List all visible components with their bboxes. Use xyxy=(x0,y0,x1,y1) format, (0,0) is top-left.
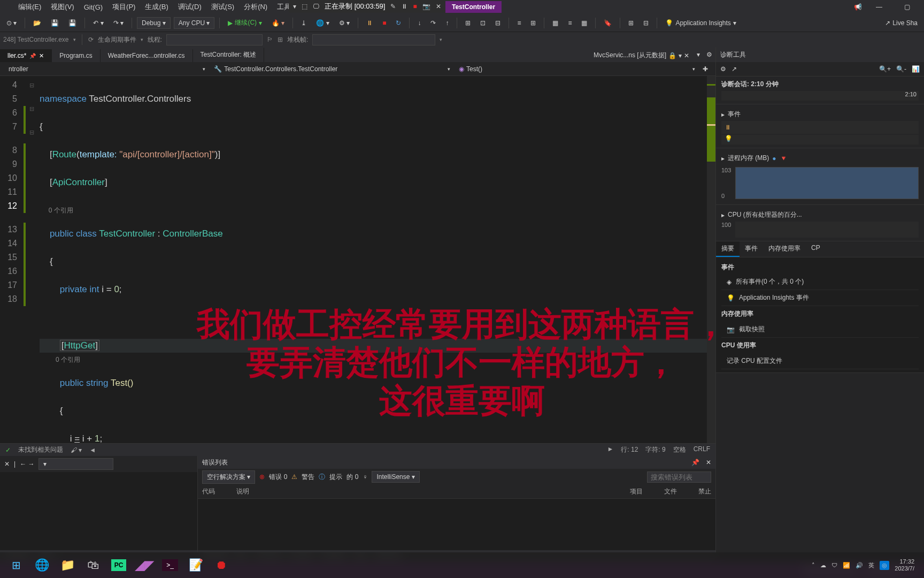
save-icon[interactable]: 💾 xyxy=(48,17,62,29)
task-record[interactable]: ⏺ xyxy=(210,554,233,576)
memory-section[interactable]: ▸ 进程内存 (MB) ● 🔻 xyxy=(721,151,919,165)
thread-icon-1[interactable]: 🏳 xyxy=(267,36,273,43)
dropdown-icon[interactable]: ▾ xyxy=(694,49,703,62)
fold-toggle[interactable]: ⊟ xyxy=(27,125,36,139)
menu-debug[interactable]: 调试(D) xyxy=(174,0,206,14)
encoding-label[interactable]: CRLF xyxy=(694,445,710,454)
all-events-item[interactable]: ◈ 所有事件(0 个，共 0 个) xyxy=(721,274,919,290)
tool-icon-1[interactable]: ⊞ xyxy=(462,17,474,29)
filter-icon[interactable]: ♀ xyxy=(363,473,367,481)
zoom-in-icon[interactable]: 🔍+ xyxy=(879,65,891,73)
locals-content[interactable] xyxy=(0,472,197,550)
nav-class[interactable]: 🔧 TestController.Controllers.TestControl… xyxy=(210,65,455,73)
tab-program-cs[interactable]: Program.cs xyxy=(52,49,100,62)
task-store[interactable]: 🛍 xyxy=(81,554,105,576)
tray-onedrive-icon[interactable]: ☁ xyxy=(820,562,826,569)
tool-icon-2[interactable]: ⊡ xyxy=(477,17,489,29)
fold-toggle[interactable]: ⊟ xyxy=(27,102,36,116)
gear-icon[interactable]: ⚙ xyxy=(720,65,726,73)
nav-right-icon[interactable]: ► xyxy=(607,445,613,454)
step-out-icon[interactable]: ↑ xyxy=(442,17,452,29)
locals-dropdown[interactable]: ▾ xyxy=(38,458,113,470)
tool-icon-11[interactable]: ⊟ xyxy=(640,17,652,29)
nav-scope[interactable]: ntroller ▾ xyxy=(4,65,210,73)
tool-icon-6[interactable]: ▦ xyxy=(549,17,561,29)
tab-controller-cs[interactable]: ller.cs* 📌 ✕ xyxy=(0,49,52,62)
tray-time[interactable]: 17:32 xyxy=(895,558,914,565)
tray-copilot-icon[interactable]: ◎ xyxy=(880,561,889,570)
stop-icon[interactable]: ■ xyxy=(413,3,417,10)
nav-left-icon[interactable]: ◄ xyxy=(89,446,96,454)
editor-scrollbar[interactable] xyxy=(707,76,715,443)
task-vs[interactable]: ◢◤ xyxy=(133,554,156,576)
record-cpu-item[interactable]: 记录 CPU 配置文件 xyxy=(721,353,919,369)
dropdown-icon[interactable]: ▾ xyxy=(293,3,296,10)
save-all-icon[interactable]: 💾 xyxy=(65,17,80,29)
tab-summary[interactable]: 摘要 xyxy=(716,241,740,257)
start-button[interactable]: ⊞ xyxy=(4,554,28,576)
code-editor[interactable]: 456789101112131415161718 xyxy=(0,76,715,443)
hot-reload-icon[interactable]: 🔥 ▾ xyxy=(268,17,288,29)
step-over-icon[interactable]: ↷ xyxy=(427,17,439,29)
pin-icon[interactable]: 📌 xyxy=(29,53,36,59)
config-icon[interactable]: ⚙ ▾ xyxy=(336,17,353,29)
back-button[interactable]: ⊙ ▾ xyxy=(3,17,20,29)
tray-volume-icon[interactable]: 🔊 xyxy=(856,562,863,569)
col-desc[interactable]: 说明 xyxy=(236,487,249,496)
pause-debug-icon[interactable]: ⏸ xyxy=(363,17,376,29)
intellisense-dropdown[interactable]: IntelliSense ▾ xyxy=(372,471,419,483)
close-icon[interactable]: ✕ xyxy=(39,52,44,59)
tool-icon-8[interactable]: ▦ xyxy=(578,17,590,29)
tab-testcontroller-overview[interactable]: TestController: 概述 xyxy=(193,48,265,62)
platform-dropdown[interactable]: Any CPU ▾ xyxy=(174,17,215,29)
zoom-out-icon[interactable]: 🔍- xyxy=(896,65,906,73)
menu-view[interactable]: 视图(V) xyxy=(47,0,78,14)
thread-icon-2[interactable]: ⊞ xyxy=(278,36,283,43)
chevron-down-icon[interactable]: ▾ xyxy=(73,37,76,42)
close-icon[interactable]: ✕ xyxy=(684,52,689,59)
monitor-icon[interactable]: 🖵 xyxy=(313,3,319,10)
tray-shield-icon[interactable]: 🛡 xyxy=(831,562,837,568)
task-notepad[interactable]: 📝 xyxy=(184,554,207,576)
undo-button[interactable]: ↶ ▾ xyxy=(90,17,106,29)
fold-toggle[interactable]: ⊟ xyxy=(27,78,36,92)
tab-weather-controller[interactable]: WeatherForec...ontroller.cs xyxy=(101,49,193,62)
task-edge[interactable]: 🌐 xyxy=(30,554,53,576)
open-folder-icon[interactable]: 📂 xyxy=(30,17,44,29)
menu-project[interactable]: 项目(P) xyxy=(108,0,140,14)
tab-mvc-services[interactable]: MvcServic...ns [从元数据] 🔒 ▾ ✕ xyxy=(589,49,694,62)
solution-filter[interactable]: 空行解决方案 ▾ xyxy=(202,470,255,484)
tool-icon-10[interactable]: ⊞ xyxy=(625,17,637,29)
menu-test[interactable]: 测试(S) xyxy=(207,0,238,14)
browser-icon[interactable]: 🌐 ▾ xyxy=(313,17,332,29)
menu-git[interactable]: Git(G) xyxy=(80,1,107,13)
crop-icon[interactable]: ⬚ xyxy=(302,3,307,10)
tab-cpu[interactable]: CP xyxy=(806,241,826,257)
restart-icon[interactable]: ↻ xyxy=(392,17,404,29)
close-icon[interactable]: ✕ xyxy=(4,460,10,468)
tray-up-icon[interactable]: ˄ xyxy=(812,562,815,569)
nav-icon[interactable]: ← → xyxy=(20,460,34,468)
error-search[interactable] xyxy=(647,471,711,483)
config-dropdown[interactable]: Debug ▾ xyxy=(137,17,171,29)
tool-icon-3[interactable]: ⊟ xyxy=(492,17,504,29)
snapshot-item[interactable]: 📷 截取快照 xyxy=(721,322,919,338)
minimize-button[interactable]: — xyxy=(868,0,890,14)
redo-button[interactable]: ↷ ▾ xyxy=(110,17,127,29)
chart-icon[interactable]: 📊 xyxy=(912,65,920,73)
close-icon[interactable]: ✕ xyxy=(436,3,441,10)
task-terminal[interactable]: >_ xyxy=(158,554,182,576)
errors-count[interactable]: 错误 0 xyxy=(269,473,287,482)
col-suppress[interactable]: 禁止 xyxy=(698,487,711,496)
tray-wifi-icon[interactable]: 📶 xyxy=(843,562,850,569)
menu-build[interactable]: 生成(B) xyxy=(141,0,172,14)
thread-input[interactable] xyxy=(166,34,263,45)
tool-icon-7[interactable]: ≡ xyxy=(565,17,575,29)
pin-icon[interactable]: 📌 xyxy=(691,459,699,466)
split-icon[interactable]: ✚ xyxy=(699,65,711,73)
error-list-content[interactable] xyxy=(198,499,715,550)
tool-icon-9[interactable]: 🔖 xyxy=(600,17,615,29)
brush-icon[interactable]: 🖌 ▾ xyxy=(71,446,82,454)
tray-ime[interactable]: 英 xyxy=(868,561,874,569)
close-icon[interactable]: ✕ xyxy=(706,459,711,466)
